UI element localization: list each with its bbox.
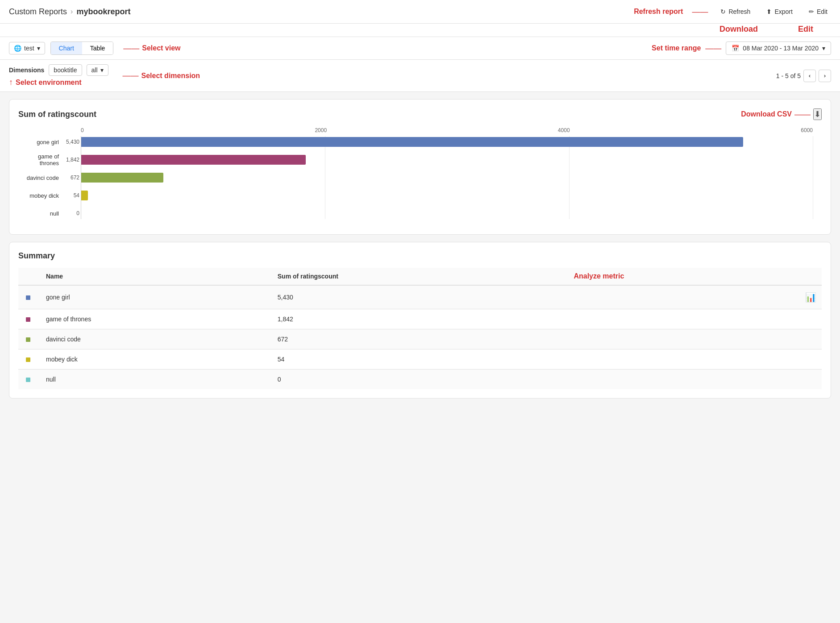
chart-tab[interactable]: Chart bbox=[51, 42, 82, 54]
dimension-chip[interactable]: booktitle bbox=[49, 64, 82, 76]
bar-fill bbox=[81, 155, 306, 165]
table-row: davinci code672 bbox=[18, 329, 822, 349]
summary-table: Name Sum of ratingscount Analyze metric … bbox=[18, 268, 822, 389]
download-csv-button[interactable]: ⬇ bbox=[813, 108, 822, 120]
th-metric: Sum of ratingscount bbox=[272, 268, 569, 285]
row-metric-cell: 5,430 bbox=[272, 285, 569, 309]
header-actions: Refresh report —— ↻ Refresh ⬆ Export ✏ E… bbox=[634, 6, 831, 17]
time-range-selector[interactable]: 📅 08 Mar 2020 - 13 Mar 2020 ▾ bbox=[726, 42, 831, 55]
bar-value: 0 bbox=[62, 210, 79, 216]
env-dropdown-icon: ▾ bbox=[37, 45, 40, 52]
bar-value: 54 bbox=[62, 192, 79, 199]
table-tab[interactable]: Table bbox=[82, 42, 113, 54]
analyze-button[interactable]: 📊 bbox=[805, 292, 816, 303]
analyze-metric-annotation: Analyze metric bbox=[574, 272, 624, 280]
time-range-arrow: —— bbox=[705, 44, 721, 53]
legend-dot bbox=[26, 295, 30, 300]
bar-value: 5,430 bbox=[62, 139, 79, 145]
axis-2000: 2000 bbox=[315, 127, 327, 133]
next-page-button[interactable]: › bbox=[819, 70, 831, 82]
export-label: Export bbox=[774, 8, 792, 15]
edit-icon: ✏ bbox=[809, 8, 814, 15]
row-name-cell: game of thrones bbox=[41, 309, 272, 329]
legend-dot bbox=[26, 337, 30, 342]
axis-6000: 6000 bbox=[801, 127, 813, 133]
legend-dot bbox=[26, 357, 30, 362]
select-dim-arrow: —— bbox=[123, 71, 139, 80]
bar-fill bbox=[81, 137, 743, 147]
row-name-cell: davinci code bbox=[41, 329, 272, 349]
time-range-value: 08 Mar 2020 - 13 Mar 2020 bbox=[743, 45, 819, 52]
row-metric-cell: 1,842 bbox=[272, 309, 569, 329]
bar-label: davinci code bbox=[19, 174, 59, 181]
th-name: Name bbox=[41, 268, 272, 285]
dimensions-bar: Dimensions booktitle all ▾ ↑ Select envi… bbox=[0, 60, 840, 92]
refresh-button[interactable]: ↻ Refresh bbox=[717, 6, 754, 17]
dimensions-label: Dimensions bbox=[9, 66, 44, 74]
pagination-text: 1 - 5 of 5 bbox=[776, 72, 801, 79]
th-color bbox=[18, 268, 41, 285]
calendar-icon: 📅 bbox=[732, 45, 739, 52]
download-edit-annotations: Download Edit bbox=[0, 24, 840, 37]
select-view-label: Select view bbox=[142, 44, 180, 52]
row-analyze-cell bbox=[568, 349, 822, 370]
select-env-label: Select environment bbox=[16, 79, 82, 87]
env-selector[interactable]: 🌐 test ▾ bbox=[9, 42, 45, 54]
select-view-annotation-group: —— Select view bbox=[123, 44, 180, 53]
bar-value: 1,842 bbox=[62, 157, 79, 163]
bar-label: game of thrones bbox=[19, 153, 59, 166]
dimension-filter-chip[interactable]: all ▾ bbox=[87, 64, 108, 76]
refresh-report-arrow: —— bbox=[692, 7, 708, 17]
bar-label: null bbox=[19, 210, 59, 217]
bar-rows: gone girl5,430game of thrones1,842davinc… bbox=[81, 136, 813, 219]
bar-fill bbox=[81, 191, 88, 200]
chart-card: Sum of ratingscount Download CSV —— ⬇ 0 … bbox=[9, 99, 831, 235]
edit-button[interactable]: ✏ Edit bbox=[805, 6, 831, 17]
select-view-arrow: —— bbox=[123, 44, 139, 53]
download-csv-arrow: —— bbox=[794, 110, 811, 119]
export-icon: ⬆ bbox=[766, 8, 772, 15]
download-csv-group: Download CSV —— ⬇ bbox=[741, 108, 822, 120]
toolbar: 🌐 test ▾ Chart Table —— Select view Set … bbox=[0, 37, 840, 60]
axis-0: 0 bbox=[81, 127, 84, 133]
breadcrumb: Custom Reports › mybookreport bbox=[9, 7, 130, 17]
row-color-cell bbox=[18, 349, 41, 370]
export-button[interactable]: ⬆ Export bbox=[763, 6, 796, 17]
row-color-cell bbox=[18, 285, 41, 309]
refresh-icon: ↻ bbox=[720, 8, 726, 15]
bar-label: gone girl bbox=[19, 139, 59, 145]
row-name-cell: null bbox=[41, 370, 272, 390]
select-env-annotation-row: ↑ Select environment bbox=[9, 78, 108, 87]
env-annotation-group: Dimensions booktitle all ▾ ↑ Select envi… bbox=[9, 64, 108, 87]
pagination: 1 - 5 of 5 ‹ › bbox=[776, 70, 831, 82]
bar-value: 672 bbox=[62, 174, 79, 181]
row-name-cell: gone girl bbox=[41, 285, 272, 309]
breadcrumb-separator: › bbox=[71, 8, 73, 16]
refresh-label: Refresh bbox=[728, 8, 750, 15]
chart-bar-row: mobey dick54 bbox=[81, 190, 813, 201]
download-annotation: Download bbox=[719, 25, 758, 34]
summary-card: Summary Name Sum of ratingscount Analyze… bbox=[9, 242, 831, 399]
chart-title: Sum of ratingscount bbox=[18, 110, 96, 119]
table-row: mobey dick54 bbox=[18, 349, 822, 370]
summary-header-row: Name Sum of ratingscount Analyze metric bbox=[18, 268, 822, 285]
row-color-cell bbox=[18, 329, 41, 349]
row-color-cell bbox=[18, 309, 41, 329]
chart-bar-row: davinci code672 bbox=[81, 172, 813, 183]
prev-page-button[interactable]: ‹ bbox=[803, 70, 816, 82]
bar-label: mobey dick bbox=[19, 192, 59, 199]
row-metric-cell: 672 bbox=[272, 329, 569, 349]
edit-label: Edit bbox=[817, 8, 828, 15]
grid-line-3 bbox=[813, 136, 813, 219]
select-dim-label: Select dimension bbox=[141, 72, 200, 80]
dimensions-row: Dimensions booktitle all ▾ bbox=[9, 64, 108, 76]
header: Custom Reports › mybookreport Refresh re… bbox=[0, 0, 840, 24]
summary-tbody: gone girl5,430📊game of thrones1,842davin… bbox=[18, 285, 822, 389]
chart-bar-row: null0 bbox=[81, 208, 813, 219]
row-name-cell: mobey dick bbox=[41, 349, 272, 370]
chart-bar-row: gone girl5,430 bbox=[81, 136, 813, 148]
chart-card-header: Sum of ratingscount Download CSV —— ⬇ bbox=[18, 108, 822, 120]
axis-4000: 4000 bbox=[558, 127, 570, 133]
summary-title: Summary bbox=[18, 251, 55, 261]
dim-filter-value: all bbox=[91, 66, 98, 74]
